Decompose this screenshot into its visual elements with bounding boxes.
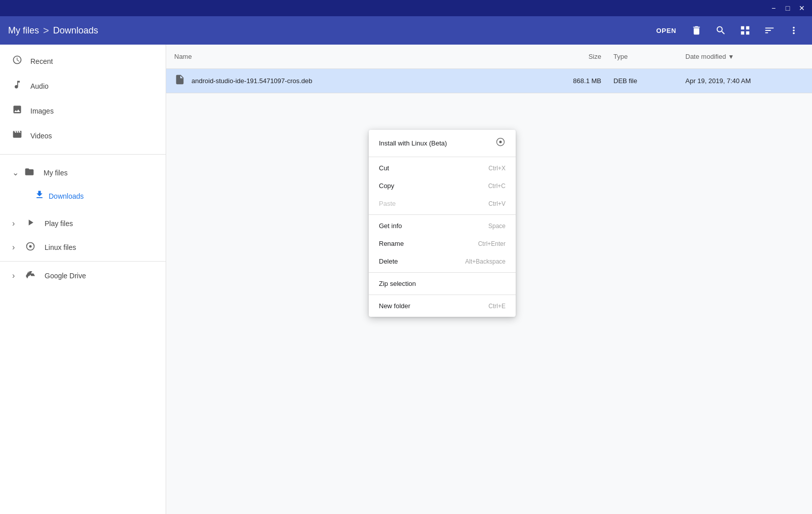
download-icon [34,190,45,202]
sidebar: Recent Audio Images Videos [0,45,166,514]
images-icon [12,104,22,117]
videos-icon [12,129,22,142]
context-menu: Install with Linux (Beta) Cut Ctrl+X Cop… [369,130,516,317]
copy-shortcut: Ctrl+C [488,182,506,190]
zip-label: Zip selection [379,280,416,287]
context-menu-cut[interactable]: Cut Ctrl+X [369,159,516,177]
install-icon [495,137,506,150]
sidebar-item-google-drive[interactable]: › Google Drive [0,264,166,287]
context-menu-paste: Paste Ctrl+V [369,195,516,212]
sidebar-item-linux-files[interactable]: › Linux files [0,235,166,259]
content: Name Size Type Date modified ▼ android-s… [166,45,812,514]
expand-arrow-my-files: ⌄ [12,168,20,177]
sidebar-my-files: ⌄ My files Downloads [0,157,166,211]
context-divider-2 [369,214,516,215]
newfolder-label: New folder [379,302,410,310]
column-name[interactable]: Name [174,53,540,60]
title-bar: − □ ✕ [0,0,812,16]
sidebar-divider-2 [0,261,166,262]
close-button[interactable]: ✕ [796,2,808,14]
search-button[interactable] [711,20,731,41]
sidebar-shortcuts: Recent Audio Images Videos [0,45,166,152]
rename-label: Rename [379,240,404,247]
sidebar-item-downloads[interactable]: Downloads [0,185,166,207]
context-divider-3 [369,272,516,273]
sidebar-item-videos[interactable]: Videos [0,123,166,148]
cut-shortcut: Ctrl+X [488,165,506,172]
header: My files > Downloads OPEN [0,16,812,45]
file-date: Apr 19, 2019, 7:40 AM [677,77,804,85]
more-button[interactable] [784,20,804,41]
svg-point-1 [29,245,32,248]
sidebar-item-my-files[interactable]: ⌄ My files [0,161,166,185]
downloads-label: Downloads [49,192,84,200]
breadcrumb: My files > Downloads [8,25,650,36]
header-actions: OPEN [650,20,804,41]
column-type[interactable]: Type [601,53,677,60]
maximize-button[interactable]: □ [782,2,794,14]
context-divider-4 [369,295,516,295]
breadcrumb-current[interactable]: Downloads [53,25,98,36]
expand-arrow-play: › [12,219,20,228]
google-drive-label: Google Drive [45,272,86,280]
clock-icon [12,55,22,67]
main-layout: Recent Audio Images Videos [0,45,812,514]
expand-arrow-drive: › [12,271,20,280]
rename-shortcut: Ctrl+Enter [478,240,506,247]
context-menu-rename[interactable]: Rename Ctrl+Enter [369,235,516,252]
sort-arrow-icon: ▼ [728,53,734,60]
file-name: android-studio-ide-191.5471097-cros.deb [191,77,540,85]
context-menu-delete[interactable]: Delete Alt+Backspace [369,252,516,270]
paste-label: Paste [379,200,396,207]
sidebar-item-recent[interactable]: Recent [0,49,166,74]
file-icon [174,74,185,88]
expand-arrow-linux: › [12,243,20,252]
install-label: Install with Linux (Beta) [379,139,447,147]
play-files-label: Play files [45,219,73,228]
sidebar-item-audio-label: Audio [30,82,153,90]
getinfo-label: Get info [379,222,402,230]
svg-point-3 [499,141,502,143]
linux-files-label: Linux files [45,243,76,251]
delete-shortcut: Alt+Backspace [465,258,506,265]
cut-label: Cut [379,164,389,172]
view-button[interactable] [735,20,755,41]
column-size[interactable]: Size [540,53,601,60]
my-files-label: My files [44,169,67,177]
minimize-button[interactable]: − [767,2,780,14]
sidebar-item-images-label: Images [30,107,153,115]
getinfo-shortcut: Space [488,223,506,230]
paste-shortcut: Ctrl+V [488,200,506,207]
open-button[interactable]: OPEN [650,24,682,38]
delete-button[interactable] [686,20,707,41]
sidebar-item-play-files[interactable]: › Play files [0,211,166,235]
column-date[interactable]: Date modified ▼ [677,53,804,60]
sidebar-item-recent-label: Recent [30,57,153,65]
breadcrumb-separator: > [43,25,49,36]
table-row[interactable]: android-studio-ide-191.5471097-cros.deb … [166,69,812,93]
newfolder-shortcut: Ctrl+E [488,303,506,310]
sidebar-divider-1 [0,154,166,155]
breadcrumb-root[interactable]: My files [8,25,39,36]
context-menu-getinfo[interactable]: Get info Space [369,217,516,235]
sort-button[interactable] [759,20,780,41]
context-divider-1 [369,157,516,157]
context-menu-install[interactable]: Install with Linux (Beta) [369,132,516,155]
copy-label: Copy [379,182,394,190]
context-menu-newfolder[interactable]: New folder Ctrl+E [369,297,516,315]
file-type: DEB file [601,77,677,85]
table-header: Name Size Type Date modified ▼ [166,45,812,69]
sidebar-item-images[interactable]: Images [0,98,166,123]
audio-icon [12,80,22,92]
sidebar-item-audio[interactable]: Audio [0,74,166,98]
context-menu-copy[interactable]: Copy Ctrl+C [369,177,516,195]
sidebar-item-videos-label: Videos [30,132,153,140]
context-menu-zip[interactable]: Zip selection [369,275,516,292]
delete-label: Delete [379,258,398,265]
file-size: 868.1 MB [540,77,601,85]
